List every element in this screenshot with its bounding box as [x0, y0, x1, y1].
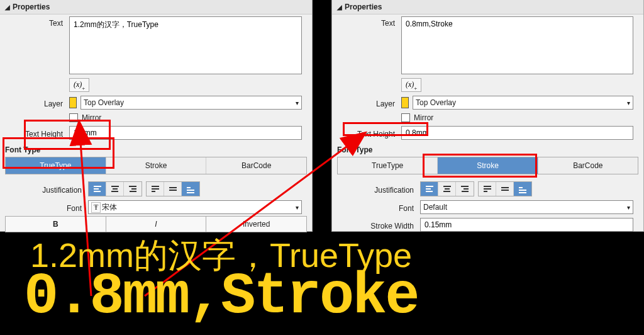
justification-label: Justification	[332, 183, 420, 195]
tab-truetype[interactable]: TrueType	[338, 157, 438, 174]
font-style-buttons: B I Inverted	[5, 216, 307, 232]
chevron-down-icon: ▾	[627, 99, 630, 106]
mirror-label: Mirror	[414, 113, 433, 122]
chevron-down-icon: ▾	[627, 204, 630, 211]
properties-panel-right: ◢ Properties Text (x)+ Layer Top Overlay…	[331, 0, 644, 232]
justify-bottom-button[interactable]	[514, 182, 531, 196]
justification-vertical	[146, 181, 200, 196]
justify-right-button[interactable]	[456, 182, 474, 196]
panel-title: Properties	[13, 3, 50, 11]
font-type-tabs: TrueType Stroke BarCode	[337, 157, 638, 174]
font-dropdown[interactable]: Default ▾	[420, 200, 633, 214]
properties-panel-left: ◢ Properties Text (x)+ Layer Top Overlay…	[0, 0, 313, 232]
font-value: 宋体	[102, 202, 296, 213]
justification-label: Justification	[0, 183, 88, 195]
justify-top-button[interactable]	[479, 182, 496, 196]
chevron-down-icon: ▾	[296, 99, 299, 106]
justification-horizontal	[420, 181, 474, 196]
justify-center-button[interactable]	[438, 182, 456, 196]
mirror-checkbox[interactable]	[69, 113, 78, 122]
tab-barcode[interactable]: BarCode	[538, 157, 638, 174]
justify-bottom-button[interactable]	[182, 182, 199, 196]
bold-button[interactable]: B	[5, 216, 106, 232]
layer-dropdown[interactable]: Top Overlay ▾	[80, 96, 302, 110]
justification-horizontal	[88, 181, 142, 196]
inverted-button[interactable]: Inverted	[206, 216, 307, 232]
stroke-width-input[interactable]	[420, 218, 633, 232]
truetype-icon: Ŧ	[91, 202, 101, 213]
justify-middle-button[interactable]	[496, 182, 514, 196]
justify-left-button[interactable]	[421, 182, 438, 196]
collapse-icon[interactable]: ◢	[5, 4, 10, 11]
preview-stroke-text: 0.8mm,Stroke	[24, 268, 418, 326]
font-type-header: Font Type	[0, 142, 312, 157]
font-type-tabs: TrueType Stroke BarCode	[5, 157, 307, 174]
insert-variable-button[interactable]: (x)+	[401, 78, 421, 92]
justify-left-button[interactable]	[89, 182, 106, 196]
chevron-down-icon: ▾	[296, 204, 299, 211]
layer-color-chip[interactable]	[401, 97, 409, 108]
layer-value: Top Overlay	[84, 98, 296, 107]
text-label: Text	[0, 16, 69, 28]
font-type-header: Font Type	[332, 142, 643, 157]
text-height-label: Text Height	[0, 127, 69, 139]
layer-color-chip[interactable]	[69, 97, 77, 108]
italic-button[interactable]: I	[106, 216, 206, 232]
justify-middle-button[interactable]	[164, 182, 182, 196]
tab-stroke[interactable]: Stroke	[106, 157, 207, 174]
layer-dropdown[interactable]: Top Overlay ▾	[413, 96, 633, 110]
text-height-label: Text Height	[332, 127, 401, 139]
stroke-width-label: Stroke Width	[332, 219, 420, 230]
font-label: Font	[0, 202, 88, 213]
tab-stroke[interactable]: Stroke	[438, 157, 538, 174]
mirror-label: Mirror	[82, 113, 101, 122]
insert-variable-button[interactable]: (x)+	[69, 78, 89, 92]
font-dropdown[interactable]: Ŧ 宋体 ▾	[88, 200, 302, 214]
font-label: Font	[332, 202, 420, 213]
tab-barcode[interactable]: BarCode	[206, 157, 306, 174]
text-input[interactable]	[401, 16, 633, 74]
panel-header[interactable]: ◢ Properties	[332, 0, 643, 14]
text-height-input[interactable]	[69, 126, 302, 140]
font-value: Default	[423, 203, 627, 212]
mirror-checkbox[interactable]	[401, 113, 410, 122]
justify-top-button[interactable]	[147, 182, 164, 196]
collapse-icon[interactable]: ◢	[337, 4, 342, 11]
tab-truetype[interactable]: TrueType	[6, 157, 106, 174]
layer-value: Top Overlay	[416, 98, 627, 107]
text-height-input[interactable]	[401, 126, 633, 140]
text-input[interactable]	[69, 16, 302, 74]
layer-label: Layer	[0, 97, 69, 108]
justify-right-button[interactable]	[124, 182, 142, 196]
justification-vertical	[478, 181, 532, 196]
layer-label: Layer	[332, 97, 401, 108]
panel-header[interactable]: ◢ Properties	[0, 0, 312, 14]
panel-title: Properties	[345, 3, 382, 11]
text-label: Text	[332, 16, 401, 28]
justify-center-button[interactable]	[106, 182, 124, 196]
